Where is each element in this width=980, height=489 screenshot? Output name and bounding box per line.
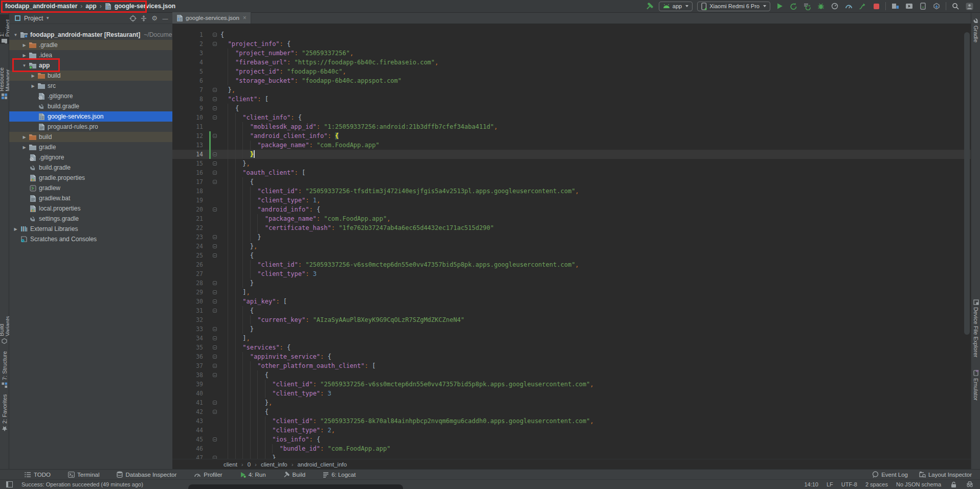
stripe-tab-1-project[interactable]: 1: Project xyxy=(0,14,9,44)
tree-item-app[interactable]: ▼app xyxy=(9,60,172,71)
tree-item-build.gradle[interactable]: build.gradle xyxy=(9,162,172,173)
fold-open-icon[interactable] xyxy=(213,309,217,313)
run-icon[interactable] xyxy=(775,2,784,11)
fold-open-icon[interactable] xyxy=(213,345,217,350)
stripe-tab-gradle[interactable]: Gradle xyxy=(971,14,980,46)
chevron-collapsed-icon[interactable]: ▶ xyxy=(12,227,19,231)
indent-setting[interactable]: 2 spaces xyxy=(865,481,888,487)
fold-open-icon[interactable] xyxy=(213,207,217,212)
avd-manager-icon[interactable] xyxy=(904,2,914,11)
avatar-icon[interactable] xyxy=(965,2,974,11)
fold-close-icon[interactable] xyxy=(213,336,217,340)
chevron-expanded-icon[interactable]: ▼ xyxy=(20,63,28,68)
chevron-down-icon[interactable]: ▼ xyxy=(46,16,50,20)
chevron-collapsed-icon[interactable]: ▶ xyxy=(20,43,28,48)
json-path-item[interactable]: android_client_info xyxy=(298,461,347,468)
tree-item-src[interactable]: ▶src xyxy=(9,81,172,91)
tree-item-gradlew[interactable]: gradlew xyxy=(9,183,172,193)
fold-open-icon[interactable] xyxy=(213,42,217,46)
tree-item-.gitignore[interactable]: .gitignore xyxy=(9,91,172,101)
fold-close-icon[interactable] xyxy=(213,88,217,92)
tree-item-build[interactable]: ▶build xyxy=(9,71,172,81)
json-path-item[interactable]: client xyxy=(224,461,237,468)
toolwindow-button-4-run[interactable]: 4: Run xyxy=(240,472,266,478)
toolwindow-switcher-icon[interactable] xyxy=(5,480,13,488)
toolwindow-button-build[interactable]: Build xyxy=(283,471,306,478)
tree-item-scratches-and-consoles[interactable]: Scratches and Consoles xyxy=(9,234,172,244)
toolwindow-button-6-logcat[interactable]: 6: Logcat xyxy=(323,472,355,478)
tree-item-build.gradle[interactable]: build.gradle xyxy=(9,101,172,111)
profile-icon[interactable] xyxy=(830,2,839,11)
fold-close-icon[interactable] xyxy=(213,235,217,239)
toolwindow-button-layout-inspector[interactable]: Layout Inspector xyxy=(919,471,972,478)
device-file-explorer-icon[interactable] xyxy=(890,2,900,11)
tree-item-gradlew.bat[interactable]: gradlew.bat xyxy=(9,193,172,203)
locate-file-icon[interactable] xyxy=(129,14,137,22)
json-path-item[interactable]: 0 xyxy=(248,461,251,468)
tree-item-local.properties[interactable]: local.properties xyxy=(9,203,172,214)
stripe-tab-resource-manager[interactable]: Resource Manager xyxy=(0,45,9,99)
fold-close-icon[interactable] xyxy=(213,290,217,294)
close-icon[interactable]: × xyxy=(243,14,247,21)
breadcrumb-item[interactable]: google-services.json xyxy=(115,3,175,10)
tree-item-.gitignore[interactable]: .gitignore xyxy=(9,152,172,162)
debug-icon[interactable] xyxy=(816,2,826,11)
fold-open-icon[interactable] xyxy=(213,410,217,414)
hide-panel-icon[interactable]: — xyxy=(161,14,169,22)
settings-gear-icon[interactable]: ⚙ xyxy=(150,14,159,22)
device-manager-icon[interactable] xyxy=(918,2,927,11)
code-editor-area[interactable]: ✔ 1{2 "project_info": {3 "project_number… xyxy=(172,24,971,459)
device-select[interactable]: Xiaomi Redmi 6 Pro xyxy=(697,2,770,11)
fold-open-icon[interactable] xyxy=(213,437,217,441)
tree-item-foodapp-android-master[interactable]: ▼foodapp_android-master [Restaurant]~/Do… xyxy=(9,30,172,40)
stop-icon[interactable] xyxy=(872,2,881,11)
fold-open-icon[interactable] xyxy=(213,134,217,138)
apply-changes-icon[interactable] xyxy=(789,2,798,11)
json-schema-setting[interactable]: No JSON schema xyxy=(896,481,941,487)
editor-scrollbar[interactable] xyxy=(964,32,970,335)
tree-item-proguard-rules.pro[interactable]: proguard-rules.pro xyxy=(9,122,172,132)
file-encoding[interactable]: UTF-8 xyxy=(841,481,857,487)
run-configuration-select[interactable]: app xyxy=(659,2,693,11)
tree-item-external-libraries[interactable]: ▶External Libraries xyxy=(9,224,172,234)
fold-open-icon[interactable] xyxy=(213,171,217,175)
profiler-icon[interactable] xyxy=(844,2,853,11)
fold-open-icon[interactable] xyxy=(213,115,217,120)
project-panel-title[interactable]: Project xyxy=(24,15,43,22)
stripe-tab-7-structure[interactable]: 7: Structure xyxy=(0,351,9,388)
apply-code-changes-icon[interactable] xyxy=(803,2,812,11)
toolwindow-button-event-log[interactable]: Event Log xyxy=(872,471,908,478)
toolwindow-button-terminal[interactable]: Terminal xyxy=(68,472,99,478)
fold-open-icon[interactable] xyxy=(213,180,217,184)
fold-open-icon[interactable] xyxy=(213,355,217,359)
fold-close-icon[interactable] xyxy=(213,152,217,156)
stripe-tab-2-favorites[interactable]: 2: Favorites xyxy=(0,394,9,432)
fold-close-icon[interactable] xyxy=(213,281,217,285)
fold-close-icon[interactable] xyxy=(213,161,217,166)
fold-open-icon[interactable] xyxy=(213,106,217,110)
fold-close-icon[interactable] xyxy=(213,327,217,331)
stripe-tab-device-file-explorer[interactable]: Device File Explorer xyxy=(971,298,980,359)
search-icon[interactable] xyxy=(951,2,960,11)
stripe-tab-build-variants[interactable]: Build Variants xyxy=(0,303,9,344)
fold-open-icon[interactable] xyxy=(213,364,217,368)
fold-open-icon[interactable] xyxy=(213,33,217,37)
tree-item-google-services.json[interactable]: google-services.json xyxy=(9,111,172,122)
tree-item-settings.gradle[interactable]: settings.gradle xyxy=(9,214,172,224)
chevron-collapsed-icon[interactable]: ▶ xyxy=(20,135,28,139)
tree-item-.idea[interactable]: ▶.idea xyxy=(9,50,172,60)
chevron-collapsed-icon[interactable]: ▶ xyxy=(29,74,37,78)
lock-icon[interactable] xyxy=(949,480,957,488)
chevron-collapsed-icon[interactable]: ▶ xyxy=(29,84,37,88)
fold-close-icon[interactable] xyxy=(213,244,217,248)
json-path-item[interactable]: client_info xyxy=(261,461,287,468)
toolwindow-button-profiler[interactable]: Profiler xyxy=(194,472,222,478)
fold-open-icon[interactable] xyxy=(213,253,217,258)
chevron-collapsed-icon[interactable]: ▶ xyxy=(20,53,28,58)
chevron-collapsed-icon[interactable]: ▶ xyxy=(20,145,28,150)
tree-item-gradle[interactable]: ▶gradle xyxy=(9,142,172,152)
tree-item-gradle.properties[interactable]: gradle.properties xyxy=(9,173,172,183)
breadcrumb-item[interactable]: app xyxy=(85,3,96,10)
fold-open-icon[interactable] xyxy=(213,373,217,377)
tree-item-.gradle[interactable]: ▶.gradle xyxy=(9,40,172,50)
